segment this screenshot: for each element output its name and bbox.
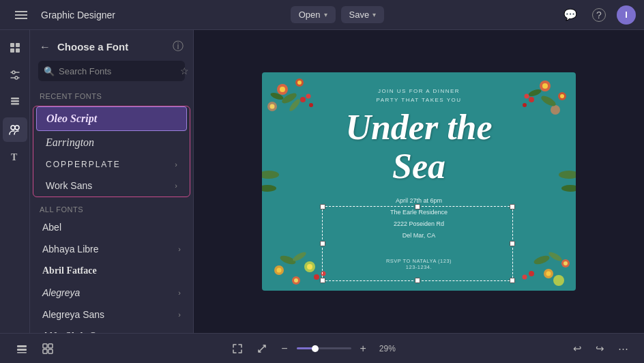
save-button[interactable]: Save ▾ — [341, 6, 385, 23]
svg-point-44 — [314, 274, 319, 280]
font-item-work-sans[interactable]: Work Sans › — [36, 175, 187, 197]
chevron-right-icon: › — [175, 182, 177, 190]
save-chevron-icon: ▾ — [372, 11, 376, 18]
svg-rect-0 — [10, 43, 14, 47]
search-actions: ☆ + — [177, 64, 194, 78]
chevron-right-icon: › — [178, 245, 181, 253]
layers-toggle-button[interactable] — [11, 339, 33, 358]
svg-point-56 — [262, 185, 276, 192]
font-name: Alegreya — [42, 287, 80, 298]
card-main-text: Under theSea — [345, 108, 492, 186]
font-item-earrington[interactable]: Earrington — [36, 131, 187, 154]
svg-point-11 — [11, 126, 15, 130]
svg-rect-8 — [11, 100, 19, 102]
hamburger-icon — [12, 8, 30, 22]
favorites-button[interactable]: ☆ — [177, 64, 192, 78]
svg-point-12 — [15, 126, 19, 130]
font-item-oleo-script[interactable]: Oleo Script — [36, 106, 187, 131]
font-name: Abel — [42, 222, 61, 233]
svg-point-50 — [553, 275, 564, 286]
fit-page-icon — [232, 343, 243, 354]
svg-rect-3 — [16, 48, 20, 53]
panel-title: Choose a Font — [57, 41, 166, 53]
users-icon — [9, 124, 21, 136]
canvas-area[interactable]: JOIN US FOR A DINNERPARTY THAT TAKES YOU… — [194, 30, 644, 333]
svg-point-19 — [270, 104, 275, 109]
font-item-alfa-slab-one[interactable]: Alfa Slab One — [33, 325, 190, 333]
more-options-icon: ⋯ — [618, 343, 628, 354]
bottom-toolbar: − + 29% ↩ ↪ ⋯ — [0, 333, 644, 363]
card-details: April 27th at 6pm The Earle Residence 22… — [390, 195, 448, 242]
info-icon: ⓘ — [173, 40, 184, 52]
hamburger-button[interactable] — [8, 5, 34, 25]
recent-fonts-label: Recent Fonts — [30, 87, 193, 103]
font-item-abril-fatface[interactable]: Abril Fatface — [33, 260, 190, 282]
undo-button[interactable]: ↩ — [568, 339, 587, 358]
font-name: Work Sans — [46, 180, 92, 191]
svg-point-41 — [307, 264, 312, 270]
svg-point-49 — [564, 261, 568, 265]
svg-point-54 — [523, 275, 527, 280]
zoom-slider[interactable] — [297, 347, 351, 349]
font-item-copperplate[interactable]: Copperplate › — [36, 154, 187, 175]
main-layout: T ← Choose a Font ⓘ 🔍 ☆ + — [0, 30, 644, 333]
card-rsvp: RSVP TO NATALYA (123) 123-1234. — [386, 258, 452, 270]
font-item-abhaya-libre[interactable]: Abhaya Libre › — [33, 238, 190, 260]
sidebar-item-text[interactable]: T — [3, 145, 27, 169]
svg-rect-9 — [11, 103, 19, 105]
zoom-out-button[interactable]: − — [276, 340, 292, 358]
info-button[interactable]: ⓘ — [171, 38, 185, 55]
svg-point-30 — [551, 105, 560, 115]
back-button[interactable]: ← — [38, 40, 52, 55]
svg-rect-60 — [17, 349, 27, 351]
chevron-right-icon: › — [178, 310, 181, 319]
font-item-alegreya[interactable]: Alegreya › — [33, 282, 190, 304]
fit-page-button[interactable] — [227, 340, 248, 358]
svg-point-57 — [559, 171, 576, 179]
help-button[interactable]: ? — [588, 5, 610, 25]
svg-rect-65 — [48, 349, 53, 353]
avatar[interactable]: I — [617, 5, 636, 25]
open-chevron-icon: ▾ — [324, 11, 327, 18]
zoom-slider-thumb[interactable] — [312, 345, 319, 352]
layers-toggle-icon — [16, 343, 28, 355]
sidebar-item-layers[interactable] — [3, 90, 27, 115]
topbar-left: Graphic Designer — [8, 5, 115, 25]
search-input[interactable] — [59, 66, 173, 76]
svg-rect-1 — [16, 43, 20, 47]
sidebar-item-elements[interactable] — [3, 35, 27, 60]
bottom-center: − + 29% — [227, 340, 400, 358]
resize-button[interactable] — [252, 340, 272, 358]
svg-point-27 — [542, 83, 548, 89]
sidebar-item-users[interactable] — [3, 117, 27, 142]
star-icon: ☆ — [180, 66, 189, 76]
open-button[interactable]: Open ▾ — [291, 6, 336, 23]
svg-rect-10 — [11, 98, 19, 100]
font-item-abel[interactable]: Abel — [33, 216, 190, 238]
zoom-in-button[interactable]: + — [355, 340, 371, 358]
chat-button[interactable]: 💬 — [559, 5, 581, 24]
svg-point-52 — [547, 250, 563, 263]
font-name: Alegreya Sans — [42, 309, 104, 320]
topbar-right: 💬 ? I — [559, 5, 636, 25]
svg-point-53 — [529, 271, 534, 276]
search-icon: 🔍 — [44, 66, 55, 76]
svg-point-29 — [560, 94, 564, 98]
font-item-alegreya-sans[interactable]: Alegreya Sans › — [33, 304, 190, 325]
redo-button[interactable]: ↪ — [591, 339, 609, 358]
chevron-right-icon: › — [175, 160, 177, 169]
svg-point-5 — [12, 71, 15, 74]
card-text-top: JOIN US FOR A DINNERPARTY THAT TAKES YOU — [376, 87, 461, 105]
elements-icon — [9, 42, 21, 54]
more-options-button[interactable]: ⋯ — [613, 339, 633, 358]
font-name: Oleo Script — [46, 113, 97, 125]
sidebar-item-adjust[interactable] — [3, 63, 27, 87]
topbar: Graphic Designer Open ▾ Save ▾ 💬 ? I — [0, 0, 644, 30]
svg-point-37 — [277, 268, 282, 273]
bottom-right: ↩ ↪ ⋯ — [568, 339, 633, 358]
svg-point-35 — [523, 103, 527, 107]
grid-toggle-button[interactable] — [37, 339, 59, 358]
all-fonts-label: All Fonts — [30, 200, 193, 216]
chat-icon: 💬 — [564, 8, 577, 21]
app-title: Graphic Designer — [41, 10, 115, 20]
